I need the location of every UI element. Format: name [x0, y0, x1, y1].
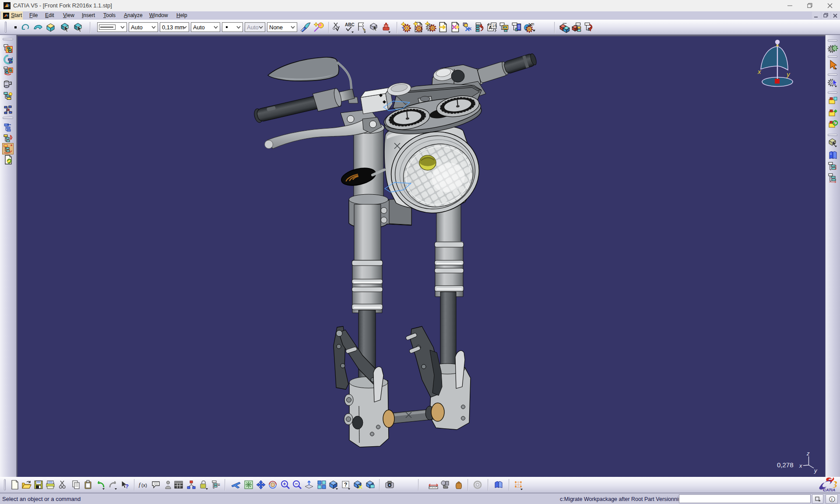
svg-text:?: ?: [125, 483, 129, 490]
svg-text:CATIA: CATIA: [823, 487, 835, 492]
svg-text:=: =: [218, 483, 220, 487]
svg-text:15: 15: [492, 23, 497, 28]
svg-text:ABC: ABC: [345, 22, 355, 27]
svg-text:?: ?: [344, 482, 347, 488]
svg-text:(x): (x): [141, 483, 147, 488]
svg-text:x: x: [757, 68, 761, 75]
svg-text:n: n: [532, 22, 534, 26]
svg-text:i: i: [831, 497, 833, 502]
svg-text:z: z: [806, 450, 810, 457]
svg-text:x: x: [799, 462, 802, 469]
svg-text:0,278: 0,278: [777, 461, 794, 469]
